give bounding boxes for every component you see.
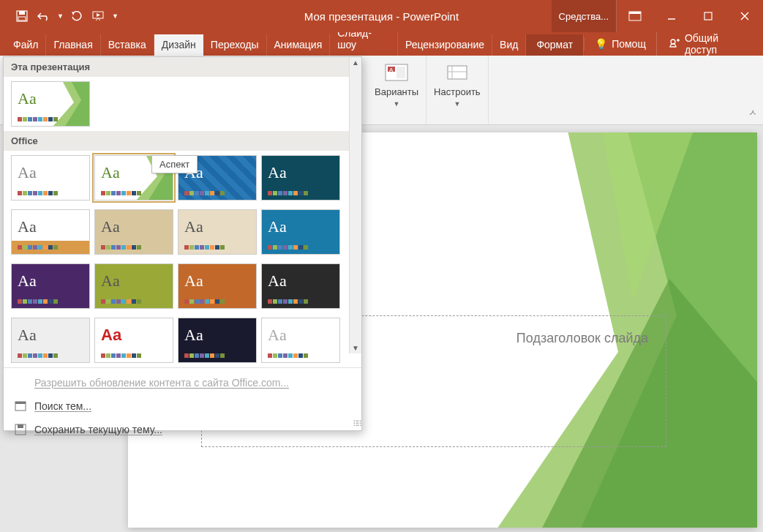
customize-icon [445,61,470,83]
theme-thumbnail[interactable]: Aa [94,318,173,363]
qat-customize-icon[interactable]: ▼ [112,12,119,20]
theme-aa-preview: Aa [184,217,203,236]
svg-text:A: A [389,67,394,73]
variants-group: A Варианты ▼ [367,56,426,124]
variants-button[interactable]: A Варианты ▼ [375,61,418,108]
tab-home[interactable]: Главная [46,34,100,56]
help-label: Помощ [612,38,646,50]
theme-color-swatch [268,191,308,195]
tab-animation[interactable]: Анимация [267,34,331,56]
theme-aa-preview: Aa [268,326,287,345]
undo-button[interactable] [35,7,53,25]
theme-thumbnail[interactable]: Aa [11,81,90,127]
theme-color-swatch [101,353,141,358]
tab-format[interactable]: Формат [526,34,584,56]
customize-button[interactable]: Настроить ▼ [434,61,481,108]
theme-color-swatch [184,245,225,250]
svg-rect-2 [18,17,26,20]
subtitle-placeholder-text: Подзаголовок слайда [516,331,648,346]
scroll-up-icon[interactable]: ▲ [352,59,359,67]
theme-thumbnail[interactable]: Aa [261,318,340,363]
theme-thumbnail[interactable]: Aa [261,263,340,309]
theme-color-swatch [184,191,225,195]
tab-design[interactable]: Дизайн [154,34,203,56]
theme-aa-preview: Aa [184,326,203,345]
resize-grip-icon[interactable]: ⠿⠿ [353,419,360,429]
theme-aa-preview: Aa [268,217,287,236]
theme-aa-preview: Aa [101,271,120,291]
chevron-down-icon: ▼ [394,100,400,108]
theme-thumbnail[interactable]: Aa [261,209,340,255]
quick-access-toolbar: ▼ ▼ [0,7,119,25]
theme-thumbnail[interactable]: Aa [11,318,90,363]
share-button[interactable]: Общий доступ [656,32,763,56]
theme-color-swatch [184,353,225,358]
ribbon-tabs: Файл Главная Вставка Дизайн Переходы Ани… [0,32,763,56]
lightbulb-icon: 💡 [595,38,607,50]
theme-thumbnail[interactable]: Aa [94,209,173,255]
theme-thumbnail[interactable]: Aa [178,209,257,255]
browse-themes-label: Поиск тем... [34,400,91,412]
theme-aa-preview: Aa [18,89,37,108]
maximize-button[interactable] [690,0,726,32]
titlebar: ▼ ▼ Моя презентация - PowerPoint Средств… [0,0,763,32]
theme-thumbnail[interactable]: Aa [178,263,257,309]
customize-label: Настроить [434,86,481,97]
theme-thumbnail[interactable]: Aa [11,155,90,201]
close-button[interactable] [726,0,763,32]
theme-aa-preview: Aa [18,326,37,345]
theme-color-swatch [101,299,141,304]
theme-thumbnail[interactable]: Aa [261,155,340,201]
theme-thumbnail[interactable]: Aa [11,209,90,255]
svg-rect-15 [448,66,467,79]
panel-bottom-commands: Разрешить обновление контента с сайта Of… [4,367,361,444]
tab-view[interactable]: Вид [492,34,526,56]
minimize-button[interactable] [653,0,690,32]
tab-transitions[interactable]: Переходы [203,34,267,56]
theme-aa-preview: Aa [18,163,37,182]
scroll-down-icon[interactable]: ▼ [352,344,359,352]
undo-dropdown-icon[interactable]: ▼ [57,12,64,20]
theme-aa-preview: Aa [268,271,287,291]
customize-group: Настроить ▼ [426,56,489,124]
theme-color-swatch [101,245,141,250]
section-office: Office [4,131,361,151]
tab-insert[interactable]: Вставка [101,34,154,56]
save-theme-link[interactable]: Сохранить текущую тему... [4,418,361,441]
blank-icon [14,376,27,389]
start-slideshow-button[interactable] [90,7,108,25]
tab-file[interactable]: Файл [6,34,46,56]
svg-rect-27 [15,402,26,404]
save-theme-label: Сохранить текущую тему... [34,424,162,435]
save-button[interactable] [13,7,31,25]
theme-thumbnail[interactable]: Aa [94,263,173,309]
collapse-ribbon-button[interactable]: ㅅ [748,107,757,119]
variants-label: Варианты [375,86,418,97]
ribbon-display-options-button[interactable] [617,0,653,32]
themes-gallery-panel: Эта презентация Aa Office AaAaAaAaAaAaAa… [3,56,362,431]
theme-aa-preview: Aa [18,217,37,236]
panel-scrollbar[interactable]: ▲ ▼ [349,57,361,353]
theme-thumbnail[interactable]: Aa [178,318,257,363]
theme-color-swatch [18,117,58,121]
svg-rect-5 [629,12,641,14]
enable-office-content-link[interactable]: Разрешить обновление контента с сайта Of… [4,371,361,394]
theme-aa-preview: Aa [101,217,120,236]
theme-tooltip: Аспект [151,155,198,173]
svg-rect-7 [704,12,712,20]
contextual-tools-label[interactable]: Средства... [552,0,617,32]
tell-me-help[interactable]: 💡 Помощ [584,38,656,50]
browse-themes-link[interactable]: Поиск тем... [4,394,361,418]
theme-aa-preview: Aa [184,271,203,291]
variants-icon: A [384,61,409,83]
theme-color-swatch [18,191,58,195]
theme-color-swatch [268,353,308,358]
chevron-down-icon: ▼ [454,100,460,108]
svg-rect-1 [19,11,25,15]
redo-button[interactable] [68,7,86,25]
theme-thumbnail[interactable]: Aa [11,263,90,309]
enable-office-content-label: Разрешить обновление контента с сайта Of… [34,377,289,389]
svg-rect-14 [396,67,405,78]
section-this-presentation: Эта презентация [4,57,361,77]
tab-review[interactable]: Рецензирование [398,34,492,56]
